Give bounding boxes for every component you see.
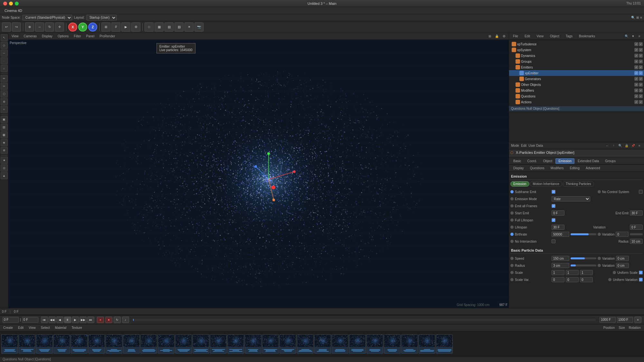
radius-var-dot[interactable] xyxy=(598,264,601,267)
no-ctrl-dot[interactable] xyxy=(598,190,601,193)
vp-display-btn[interactable]: Display xyxy=(41,34,54,38)
emission-mode-dot[interactable] xyxy=(510,197,514,200)
attr-tab-emission[interactable]: Emission xyxy=(555,158,574,164)
play-btn[interactable]: ▶ xyxy=(72,317,79,323)
attr-tab-advanced[interactable]: Advanced xyxy=(583,165,603,171)
birthrate-slider[interactable] xyxy=(571,233,596,235)
scale-y-input[interactable] xyxy=(566,270,579,275)
minimize-button[interactable] xyxy=(9,2,13,5)
om-filter-icon[interactable]: ▼ xyxy=(630,34,636,39)
xp-btn3[interactable]: ▲ xyxy=(1,172,8,179)
attr-tab-modifiers[interactable]: Modifiers xyxy=(548,165,567,171)
om-tab-file[interactable]: File xyxy=(511,34,520,39)
attr-tab-basic[interactable]: Basic xyxy=(510,158,524,164)
layer5-btn[interactable]: ⊕ xyxy=(1,147,8,154)
move-tool[interactable]: ⊕ xyxy=(25,23,34,32)
om-vis-dynamics[interactable]: ✓ xyxy=(634,54,638,58)
record-btn[interactable]: ● xyxy=(97,317,104,323)
bs-tab-view[interactable]: View xyxy=(27,326,37,330)
om-item-xpturbulence[interactable]: xpTurbulence ✓ ✓ xyxy=(509,41,644,47)
top-btn[interactable]: ▦ xyxy=(155,23,164,32)
attr-search-icon[interactable]: 🔍 xyxy=(618,143,623,148)
viewport-canvas[interactable]: Perspective Emitter: xpEmitter Live part… xyxy=(8,40,509,308)
om-lock-emitters[interactable]: ✓ xyxy=(639,65,643,69)
om-lock-groups[interactable]: ✓ xyxy=(639,60,643,63)
scale-x-input[interactable] xyxy=(552,270,564,275)
render-settings-btn[interactable]: ⚙ xyxy=(131,23,140,32)
bs-tab-position[interactable]: Position xyxy=(602,326,616,330)
poly-tool[interactable]: ◇ xyxy=(1,42,8,49)
prev-frame-btn[interactable]: ◀◀ xyxy=(49,317,56,323)
knife-tool[interactable]: ✂ xyxy=(1,83,8,90)
thumbnail-item[interactable] xyxy=(314,334,331,354)
om-lock-dynamics[interactable]: ✓ xyxy=(639,54,643,58)
om-lock-actions[interactable]: ✓ xyxy=(639,100,643,104)
vp-expand-btn[interactable]: ⊞ xyxy=(487,34,492,38)
thumbnail-item[interactable] xyxy=(349,334,366,354)
layer3-btn[interactable]: ▦ xyxy=(1,131,8,138)
om-vis-xpemitter[interactable]: ✓ xyxy=(634,71,638,75)
om-lock-modifiers[interactable]: ✓ xyxy=(639,88,643,92)
point-tool[interactable]: · xyxy=(1,57,8,64)
om-vis-questions[interactable]: ✓ xyxy=(634,94,638,98)
speed-dot[interactable] xyxy=(510,257,514,260)
om-lock-questions[interactable]: ✓ xyxy=(639,94,643,98)
speed-input[interactable] xyxy=(552,256,569,261)
scale-var-z-input[interactable] xyxy=(580,277,593,282)
xp-btn2[interactable]: ◎ xyxy=(1,164,8,172)
om-vis-xpturbulence[interactable]: ✓ xyxy=(634,42,638,46)
om-tab-bookmarks[interactable]: Bookmarks xyxy=(577,34,597,39)
radius-slider[interactable] xyxy=(571,265,596,266)
vp-cameras-btn[interactable]: Cameras xyxy=(23,34,38,38)
axis-x[interactable]: X xyxy=(68,23,77,32)
birthrate-input[interactable] xyxy=(552,232,569,237)
om-item-actions[interactable]: Actions ✓ ✓ xyxy=(509,99,644,105)
select-tool[interactable]: ↖ xyxy=(1,34,8,41)
go-start-btn[interactable]: ⏮ xyxy=(41,317,48,323)
birthrate-var-dot[interactable] xyxy=(598,233,601,236)
om-item-otherobjects[interactable]: Other Objects ✓ ✓ xyxy=(509,82,644,88)
sub-tab-thinking[interactable]: Thinking Particles xyxy=(563,181,594,187)
om-settings-icon[interactable]: ≡ xyxy=(637,34,642,39)
menu-c4d[interactable]: Cinema 4D xyxy=(2,8,25,13)
attr-pin-icon[interactable]: 📌 xyxy=(630,143,636,148)
thumbnail-item[interactable] xyxy=(436,334,453,354)
radius-field-input[interactable] xyxy=(552,263,569,268)
full-lifespan-dot[interactable] xyxy=(510,218,514,222)
thumbnail-item[interactable] xyxy=(123,334,140,354)
lifespan-variation-input[interactable] xyxy=(630,225,643,230)
full-lifespan-checkbox[interactable]: ✓ xyxy=(552,218,555,222)
vp-view-btn[interactable]: View xyxy=(10,34,20,38)
scale-var-dot[interactable] xyxy=(510,278,514,281)
attr-tab-coord[interactable]: Coord. xyxy=(524,158,540,164)
no-intersection-dot[interactable] xyxy=(510,240,514,243)
timeline-settings-btn[interactable]: ≡ xyxy=(634,317,641,323)
magnet-tool[interactable]: ⊛ xyxy=(1,98,8,105)
go-end-btn[interactable]: ⏭ xyxy=(87,317,94,323)
radius-variation-input[interactable] xyxy=(616,263,629,268)
thumbnail-item[interactable] xyxy=(193,334,209,354)
thumbnail-item[interactable] xyxy=(262,334,279,354)
subframe-emit-dot[interactable] xyxy=(510,190,514,193)
sub-tab-emission[interactable]: Emission xyxy=(510,181,529,187)
om-lock-xpemitter[interactable]: ✓ xyxy=(639,71,643,75)
om-vis-emitters[interactable]: ✓ xyxy=(634,65,638,69)
om-vis-otherobjects[interactable]: ✓ xyxy=(634,83,638,87)
bs-tab-create[interactable]: Create xyxy=(2,326,14,330)
scale-tool[interactable]: ↔ xyxy=(35,23,44,32)
cam-btn[interactable]: 📷 xyxy=(194,23,204,32)
uniform-scale-checkbox[interactable]: ✓ xyxy=(639,271,643,274)
layout-select[interactable]: Startup (User) xyxy=(87,15,117,21)
timeline-scrubber[interactable] xyxy=(133,319,596,321)
thumbnail-item[interactable] xyxy=(158,334,175,354)
grid-btn[interactable]: # xyxy=(111,23,120,32)
next-btn[interactable]: ▶▶ xyxy=(80,317,87,323)
lifespan-dot[interactable] xyxy=(510,226,514,229)
undo-button[interactable]: ↩ xyxy=(2,23,11,32)
filter-icon[interactable]: ⊞ xyxy=(636,16,639,19)
om-item-xpemitter[interactable]: xpEmitter ✓ ✓ xyxy=(509,70,644,76)
thumbnail-item[interactable] xyxy=(245,334,261,354)
current-frame-input[interactable] xyxy=(3,317,19,323)
thumbnail-item[interactable] xyxy=(401,334,418,354)
audio-btn[interactable]: ♪ xyxy=(122,317,129,323)
